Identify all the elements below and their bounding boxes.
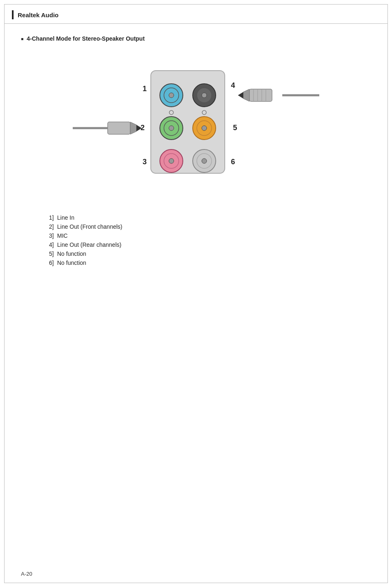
legend-item-4: 4] Line Out (Rear channels) [42,241,371,248]
header-title: Realtek Audio [18,11,58,18]
svg-point-3 [169,93,174,98]
label-6: 6 [231,158,235,166]
legend-num-3: 3] [42,232,54,239]
svg-point-15 [169,158,174,163]
label-1: 1 [143,85,147,93]
legend-text-3: MIC [57,232,68,239]
legend-item-3: 3] MIC [42,232,371,239]
svg-point-6 [202,93,207,98]
page: Realtek Audio 4-Channel Mode for Stereo-… [4,4,388,583]
diagram-container: 1 2 3 4 5 6 [21,54,371,194]
svg-rect-26 [249,89,272,101]
label-3: 3 [143,158,147,166]
page-number: A-20 [21,571,32,577]
svg-marker-23 [130,122,136,134]
svg-marker-32 [238,92,243,99]
legend-num-2: 2] [42,223,54,230]
legend-num-1: 1] [42,214,54,221]
header-bar-icon [12,10,14,19]
content: 4-Channel Mode for Stereo-Speaker Output [5,24,387,285]
label-2: 2 [141,124,145,132]
legend-num-6: 6] [42,260,54,266]
svg-point-12 [202,126,207,131]
audio-diagram: 1 2 3 4 5 6 [73,58,319,190]
svg-rect-22 [108,122,130,134]
legend-num-5: 5] [42,250,54,257]
svg-marker-31 [243,89,249,101]
section-title: 4-Channel Mode for Stereo-Speaker Output [21,35,371,42]
legend-text-6: No function [57,260,86,266]
legend-item-6: 6] No function [42,260,371,266]
label-5: 5 [233,124,237,132]
legend-item-2: 2] Line Out (Front channels) [42,223,371,230]
legend-item-1: 1] Line In [42,214,371,221]
header: Realtek Audio [5,5,387,24]
legend-num-4: 4] [42,241,54,248]
legend-text-5: No function [57,250,86,257]
page-footer: A-20 [21,571,32,577]
legend-text-2: Line Out (Front channels) [57,223,122,230]
svg-point-9 [169,126,174,131]
svg-point-18 [202,158,207,163]
legend-text-1: Line In [57,214,74,221]
legend-text-4: Line Out (Rear channels) [57,241,121,248]
legend: 1] Line In 2] Line Out (Front channels) … [21,214,371,266]
legend-item-5: 5] No function [42,250,371,257]
label-4: 4 [231,81,235,90]
